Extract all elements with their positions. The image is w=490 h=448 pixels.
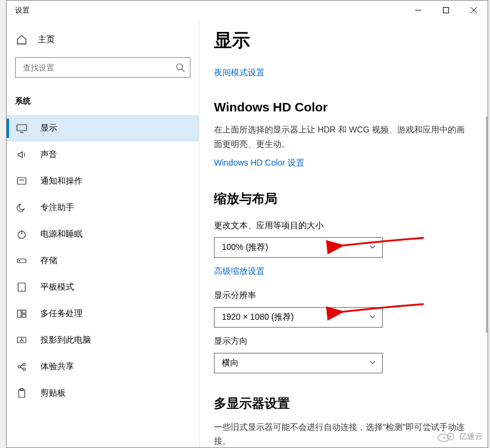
titlebar: 设置 bbox=[7, 1, 488, 20]
multi-heading: 多显示器设置 bbox=[214, 395, 467, 412]
sidebar-item-label: 平板模式 bbox=[40, 282, 74, 293]
multitask-icon bbox=[16, 308, 27, 319]
svg-point-22 bbox=[23, 368, 25, 370]
svg-rect-16 bbox=[17, 310, 21, 317]
close-button[interactable] bbox=[460, 1, 488, 20]
scale-value: 100% (推荐) bbox=[222, 242, 268, 253]
svg-point-4 bbox=[177, 64, 183, 70]
svg-point-13 bbox=[19, 260, 19, 261]
resolution-label: 显示分辨率 bbox=[214, 290, 467, 301]
sidebar-item-clipboard[interactable]: 剪贴板 bbox=[7, 380, 199, 406]
sidebar-item-label: 存储 bbox=[40, 255, 57, 266]
sidebar-item-monitor[interactable]: 显示 bbox=[7, 115, 199, 142]
svg-line-23 bbox=[20, 365, 23, 366]
nav-list: 显示声音通知和操作专注助手电源和睡眠存储平板模式多任务处理投影到此电脑体验共享剪… bbox=[7, 115, 199, 406]
scale-dropdown[interactable]: 100% (推荐) bbox=[214, 237, 383, 258]
clipboard-icon bbox=[16, 388, 27, 399]
sidebar-item-label: 电源和睡眠 bbox=[40, 229, 83, 240]
window-title: 设置 bbox=[15, 5, 30, 16]
search-field[interactable] bbox=[23, 63, 175, 72]
sidebar-item-label: 声音 bbox=[40, 149, 57, 160]
night-mode-link[interactable]: 夜间模式设置 bbox=[214, 67, 467, 78]
hdcolor-link[interactable]: Windows HD Color 设置 bbox=[214, 158, 467, 169]
advanced-scale-link[interactable]: 高级缩放设置 bbox=[214, 266, 467, 277]
notify-icon bbox=[16, 176, 27, 187]
project-icon bbox=[16, 335, 27, 346]
svg-point-32 bbox=[450, 435, 452, 438]
page-title: 显示 bbox=[214, 28, 467, 53]
section-label: 系统 bbox=[7, 91, 199, 115]
svg-point-31 bbox=[443, 437, 445, 439]
multi-desc: 一些旧式显示器可能不会进行自动连接，选择"检测"即可尝试手动连接。 bbox=[214, 420, 467, 447]
hdcolor-desc: 在上面所选择的显示器上让 HDR 和 WCG 视频、游戏和应用中的画面更明亮、更… bbox=[214, 123, 467, 152]
svg-rect-6 bbox=[17, 125, 27, 131]
sidebar-item-tablet[interactable]: 平板模式 bbox=[7, 274, 199, 300]
moon-icon bbox=[16, 202, 27, 213]
minimize-button[interactable] bbox=[404, 1, 432, 20]
maximize-button[interactable] bbox=[432, 1, 460, 20]
sidebar-item-label: 显示 bbox=[40, 123, 57, 134]
search-input[interactable] bbox=[15, 57, 190, 78]
orientation-label: 显示方向 bbox=[214, 336, 467, 347]
home-label: 主页 bbox=[38, 34, 55, 45]
home-button[interactable]: 主页 bbox=[7, 28, 199, 51]
sidebar-item-label: 投影到此电脑 bbox=[40, 335, 91, 346]
sidebar-item-moon[interactable]: 专注助手 bbox=[7, 194, 199, 221]
orientation-value: 横向 bbox=[222, 358, 239, 369]
scale-heading: 缩放与布局 bbox=[214, 190, 467, 207]
power-icon bbox=[16, 229, 27, 240]
home-icon bbox=[16, 34, 27, 45]
sidebar-item-project[interactable]: 投影到此电脑 bbox=[7, 327, 199, 353]
chevron-down-icon bbox=[369, 358, 376, 368]
sidebar-item-storage[interactable]: 存储 bbox=[7, 247, 199, 274]
resolution-value: 1920 × 1080 (推荐) bbox=[222, 312, 294, 323]
hdcolor-heading: Windows HD Color bbox=[214, 100, 467, 114]
tablet-icon bbox=[16, 282, 27, 293]
scale-label: 更改文本、应用等项目的大小 bbox=[214, 220, 467, 231]
svg-line-24 bbox=[20, 367, 23, 369]
svg-rect-17 bbox=[22, 310, 26, 313]
svg-rect-18 bbox=[22, 314, 26, 317]
svg-point-21 bbox=[23, 363, 25, 366]
sidebar-item-sound[interactable]: 声音 bbox=[7, 142, 199, 168]
sidebar-item-share[interactable]: 体验共享 bbox=[7, 353, 199, 380]
svg-rect-1 bbox=[444, 8, 449, 13]
sidebar-item-multitask[interactable]: 多任务处理 bbox=[7, 300, 199, 327]
content-pane: 显示 夜间模式设置 Windows HD Color 在上面所选择的显示器上让 … bbox=[199, 20, 488, 447]
sidebar-item-label: 通知和操作 bbox=[40, 176, 83, 187]
search-icon bbox=[175, 63, 185, 72]
orientation-dropdown[interactable]: 横向 bbox=[214, 353, 383, 373]
sidebar-item-label: 多任务处理 bbox=[40, 308, 83, 319]
sound-icon bbox=[16, 149, 27, 160]
sidebar-item-notify[interactable]: 通知和操作 bbox=[7, 168, 199, 194]
scrollbar[interactable] bbox=[486, 116, 488, 333]
sidebar: 主页 系统 显示声音通知和操作专注助手电源和睡眠存储平板模式多任务处理投影到此电… bbox=[7, 20, 199, 447]
chevron-down-icon bbox=[369, 313, 376, 322]
svg-point-20 bbox=[18, 366, 20, 368]
sidebar-item-label: 剪贴板 bbox=[40, 388, 66, 399]
watermark: 亿速云 bbox=[436, 430, 483, 443]
svg-rect-8 bbox=[17, 178, 26, 184]
share-icon bbox=[16, 361, 27, 372]
svg-line-5 bbox=[182, 69, 184, 72]
resolution-dropdown[interactable]: 1920 × 1080 (推荐) bbox=[214, 307, 383, 328]
storage-icon bbox=[16, 255, 27, 266]
sidebar-item-label: 体验共享 bbox=[40, 361, 74, 372]
sidebar-item-power[interactable]: 电源和睡眠 bbox=[7, 221, 199, 247]
watermark-text: 亿速云 bbox=[459, 431, 483, 442]
sidebar-item-label: 专注助手 bbox=[40, 202, 74, 213]
monitor-icon bbox=[16, 123, 27, 134]
settings-window: 设置 主页 bbox=[6, 0, 488, 448]
window-controls bbox=[404, 1, 488, 20]
chevron-down-icon bbox=[369, 243, 376, 252]
